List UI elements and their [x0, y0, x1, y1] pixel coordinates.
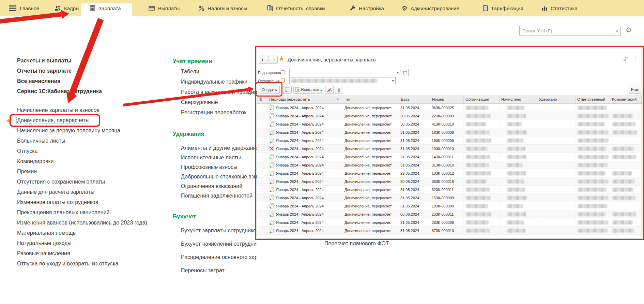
sidebar-item-16[interactable]: Отпуска по уходу и возвраты из отпуска	[17, 259, 147, 269]
tab-administrirovanie[interactable]: ⚙Администрирование	[402, 0, 459, 16]
menu-item-pereschet-planovogo-fot[interactable]: Пересчет планового ФОТ	[324, 241, 389, 247]
more-button[interactable]: Еще	[629, 86, 641, 94]
open-list-button[interactable]	[402, 69, 409, 76]
cell-attach	[257, 104, 267, 112]
middle-item[interactable]: Профсоюзные взносы	[181, 162, 237, 172]
section-header-1[interactable]: Учет времени	[173, 58, 212, 65]
favorite-star-icon[interactable]: ★	[6, 115, 11, 126]
table-row[interactable]: Январь 2024 - Апрель 2024Доначисление, п…	[257, 227, 642, 235]
table-row[interactable]: Январь 2024 - Апрель 2024Доначисление, п…	[257, 169, 642, 177]
table-row[interactable]: Январь 2024 - Апрель 2024Доначисление, п…	[257, 104, 642, 112]
sidebar-item-7[interactable]: Премии	[17, 167, 147, 177]
organizaciya-combo[interactable]: ▾	[289, 77, 396, 84]
sidebar-item-11[interactable]: Прекращения плановых начислений	[17, 207, 147, 218]
podrazdelenie-combo[interactable]: ▾	[289, 69, 400, 76]
column-header-number[interactable]: Номер	[430, 95, 464, 103]
organizaciya-checkbox[interactable]	[281, 78, 285, 83]
middle-item[interactable]: Индивидуальные графики	[181, 77, 247, 87]
sidebar-item-5[interactable]: Отпуска	[17, 146, 147, 156]
table-row[interactable]: Январь 2024 - Апрель 2024Доначисление, п…	[257, 194, 642, 202]
middle-item[interactable]: Бухучет начислений сотрудников	[181, 239, 257, 249]
sidebar-item-6[interactable]: Командировки	[17, 156, 147, 167]
copy-doc-button[interactable]	[283, 86, 292, 94]
pay-button[interactable]: Выплатить	[293, 86, 323, 94]
middle-item[interactable]: Сверхурочные	[181, 98, 218, 107]
table-row[interactable]: Январь 2024 - Апрель 2024Доначисление, п…	[257, 218, 642, 227]
attach-button[interactable]	[335, 86, 343, 94]
sidebar-bold-item-2[interactable]: Отчеты по зарплате	[17, 66, 102, 76]
sidebar-item-4[interactable]: Больничные листы	[17, 136, 147, 146]
tab-statistika[interactable]: Статистика	[541, 0, 578, 16]
middle-item[interactable]: Исполнительные листы	[181, 153, 241, 162]
sidebar-item-10[interactable]: Изменение оплаты сотрудников	[17, 197, 147, 207]
search-input[interactable]	[519, 26, 613, 35]
section-header-2[interactable]: Удержания	[173, 131, 204, 137]
dropdown-arrow-icon[interactable]: ▾	[392, 78, 394, 83]
sidebar-bold-item-1[interactable]: Расчеты и выплаты	[17, 56, 102, 66]
sidebar-item-9[interactable]: Данные для расчета зарплаты	[17, 187, 147, 197]
middle-item[interactable]: Бухучет зарплаты сотрудников	[181, 226, 257, 235]
middle-item[interactable]: Работа в выходные и праздники	[181, 87, 257, 97]
table-row[interactable]: Январь 2024 - Апрель 2024Доначисление, п…	[257, 136, 642, 145]
column-header-accrued[interactable]: Начислено	[500, 95, 537, 103]
middle-item[interactable]: Переносы затрат	[181, 266, 225, 275]
sidebar-bold-item-3[interactable]: Все начисления	[17, 76, 102, 86]
table-row[interactable]: Январь 2024 - Апрель 2024Доначисление, п…	[257, 210, 642, 218]
sidebar-item-15[interactable]: Разовые начисления	[17, 248, 147, 259]
middle-item[interactable]: Распределение основного заработка	[181, 252, 257, 262]
sidebar-item-14[interactable]: Натуральные доходы	[17, 238, 147, 248]
search-clear-button[interactable]: ×	[613, 26, 621, 35]
back-button[interactable]: ←	[259, 56, 268, 64]
column-header-period[interactable]: Периоды перерасчета↓	[267, 95, 343, 103]
sidebar-item-3[interactable]: Начисления за первую половину месяца	[17, 126, 147, 136]
table-row[interactable]: Январь 2024 - Апрель 2024Доначисление, п…	[257, 161, 642, 169]
column-header-date[interactable]: Дата	[399, 95, 430, 103]
table-row[interactable]: Январь 2024 - Апрель 2024Доначисление, п…	[257, 128, 642, 136]
redacted-value	[507, 106, 524, 110]
podrazdelenie-checkbox[interactable]	[281, 70, 285, 74]
table-row[interactable]: Январь 2024 - Апрель 2024Доначисление, п…	[257, 145, 642, 153]
middle-item[interactable]: Погашения задолженностей	[181, 191, 252, 201]
tab-kadry[interactable]: Кадры	[55, 0, 79, 16]
column-header-attach[interactable]	[257, 95, 267, 103]
tab-nastrojka[interactable]: Настройка	[350, 0, 384, 16]
sidebar-item-12[interactable]: Изменения авансов (использовались до 202…	[17, 218, 147, 228]
sidebar-bold-item-4[interactable]: Сервис 1С:Кабинет сотрудника	[17, 86, 102, 97]
column-header-type[interactable]: Тип	[343, 95, 399, 103]
column-header-responsible[interactable]: Ответственный	[576, 95, 610, 103]
tab-zarplata[interactable]: Зарплата	[90, 0, 121, 16]
sign-pen-button[interactable]	[325, 86, 334, 94]
column-header-comment[interactable]: Комментарий	[610, 95, 642, 103]
create-button[interactable]: Создать	[259, 86, 280, 94]
sidebar-item-2[interactable]: ★Доначисления, перерасчеты	[17, 115, 147, 126]
sidebar-item-13[interactable]: Материальная помощь	[17, 228, 147, 238]
tab-otchetnost-spravki[interactable]: Отчетность, справки	[267, 0, 325, 16]
column-header-withheld[interactable]: Удержано	[537, 95, 576, 103]
link-icon[interactable]	[623, 56, 628, 63]
cell-value: Доначисление, перерасчет	[344, 139, 392, 143]
cell-value: Доначисление, перерасчет	[344, 147, 392, 151]
table-row[interactable]: Январь 2024 - Апрель 2024Доначисление, п…	[257, 186, 642, 194]
favorite-star-icon[interactable]: ★	[278, 55, 285, 62]
table-row[interactable]: Январь 2024 - Апрель 2024Доначисление, п…	[257, 177, 642, 186]
section-header-3[interactable]: Бухучет	[173, 213, 196, 220]
settings-gear-icon[interactable]: ⚙	[626, 27, 632, 34]
table-row[interactable]: Январь 2024 - Апрель 2024Доначисление, п…	[257, 120, 642, 128]
middle-item[interactable]: Табели	[181, 67, 199, 76]
table-row[interactable]: Январь 2024 - Апрель 2024Доначисление, п…	[257, 112, 642, 120]
more-menu-icon[interactable]: ⋮	[632, 56, 638, 62]
sidebar-item-1[interactable]: Начисление зарплаты и взносов	[17, 105, 147, 115]
middle-item[interactable]: Регистрации переработок	[181, 108, 246, 117]
sidebar-item-8[interactable]: Отсутствия с сохранением оплаты	[17, 177, 147, 187]
tab-tarifikaciya[interactable]: Тарификация	[483, 0, 523, 16]
tab-glavnoe[interactable]: Главное	[20, 0, 39, 16]
table-row[interactable]: Январь 2024 - Апрель 2024Доначисление, п…	[257, 202, 642, 210]
hamburger-menu-icon[interactable]	[9, 5, 17, 11]
middle-item[interactable]: Ограничения взысканий	[181, 182, 242, 191]
forward-button[interactable]: →	[269, 56, 278, 64]
dropdown-arrow-icon[interactable]: ▾	[397, 70, 399, 75]
table-row[interactable]: Январь 2024 - Апрель 2024Доначисление, п…	[257, 153, 642, 161]
middle-item[interactable]: Добровольные страховые взносы	[181, 172, 257, 182]
middle-item[interactable]: Алименты и другие удержания	[181, 143, 257, 153]
column-header-org[interactable]: Организация	[464, 95, 500, 103]
